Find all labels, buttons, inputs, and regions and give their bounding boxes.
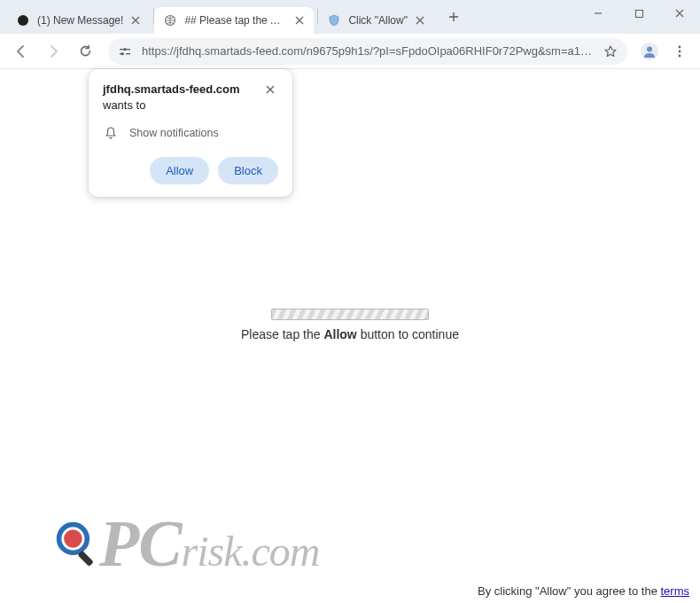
svg-point-0 [18, 15, 28, 26]
wm-pc: PC [99, 507, 182, 580]
window-controls [578, 0, 700, 34]
svg-rect-3 [120, 49, 124, 50]
svg-point-8 [121, 52, 123, 55]
new-tab-button[interactable] [441, 4, 466, 29]
progress-bar [271, 309, 429, 320]
kebab-menu-icon[interactable] [666, 38, 693, 65]
pcrisk-watermark: PCrisk.com [53, 511, 320, 576]
svg-rect-4 [126, 49, 130, 50]
reload-button[interactable] [71, 37, 99, 66]
close-icon[interactable] [262, 82, 278, 98]
shield-icon [327, 13, 341, 27]
svg-rect-16 [77, 550, 93, 566]
site-settings-icon[interactable] [117, 43, 133, 59]
svg-point-5 [123, 48, 126, 51]
loading-area: Please tap the Allow button to continue [0, 309, 700, 341]
tab-title: (1) New Message! [37, 14, 123, 27]
svg-rect-7 [126, 53, 130, 54]
tab-2[interactable]: Click "Allow" [318, 7, 434, 34]
svg-point-12 [679, 50, 681, 52]
prompt-prefix: Please tap the [241, 327, 323, 341]
loading-prompt: Please tap the Allow button to continue [241, 327, 459, 341]
notification-domain: jfdhq.smartads-feed.com [103, 82, 240, 96]
forward-button[interactable] [39, 37, 67, 66]
notification-permission-label: Show notifications [129, 127, 219, 139]
wm-com: .com [242, 528, 320, 575]
notification-title: jfdhq.smartads-feed.com wants to [103, 82, 255, 113]
maximize-button[interactable] [618, 0, 659, 27]
minimize-button[interactable] [578, 0, 618, 27]
close-window-button[interactable] [659, 0, 700, 27]
bell-icon [103, 125, 119, 141]
svg-point-13 [679, 54, 681, 57]
prompt-suffix: button to continue [357, 327, 459, 341]
tab-icon-message [16, 13, 30, 27]
notification-wants-to: wants to [103, 98, 145, 112]
globe-icon [163, 13, 177, 27]
close-icon[interactable] [413, 13, 427, 27]
notification-permission-popup: jfdhq.smartads-feed.com wants to Show no… [89, 69, 292, 197]
tab-0[interactable]: (1) New Message! [7, 7, 150, 34]
svg-point-15 [64, 529, 82, 548]
back-button[interactable] [7, 37, 35, 66]
browser-toolbar: https://jfdhq.smartads-feed.com/n9675p9h… [0, 34, 700, 69]
url-text: https://jfdhq.smartads-feed.com/n9675p9h… [142, 44, 595, 58]
page-content: jfdhq.smartads-feed.com wants to Show no… [0, 69, 700, 603]
close-icon[interactable] [292, 13, 307, 27]
svg-point-11 [679, 45, 681, 48]
wm-risk: risk [182, 528, 242, 575]
footer-prefix: By clicking "Allow" you agree to the [478, 584, 661, 598]
svg-point-10 [647, 46, 652, 51]
tab-title: Click "Allow" [348, 14, 408, 27]
prompt-bold: Allow [323, 327, 356, 341]
address-bar[interactable]: https://jfdhq.smartads-feed.com/n9675p9h… [108, 38, 627, 65]
browser-titlebar: (1) New Message! ## Please tap the Allow… [0, 0, 700, 34]
allow-button[interactable]: Allow [150, 157, 209, 184]
footer-consent-text: By clicking "Allow" you agree to the ter… [478, 584, 689, 598]
bookmark-star-icon[interactable] [603, 43, 618, 59]
block-button[interactable]: Block [218, 157, 278, 184]
tab-1[interactable]: ## Please tap the Allow button [154, 7, 314, 34]
magnifier-icon [53, 519, 103, 568]
terms-link[interactable]: terms [661, 584, 690, 598]
close-icon[interactable] [128, 13, 143, 27]
profile-button[interactable] [636, 38, 663, 65]
tab-title: ## Please tap the Allow button [184, 14, 287, 27]
svg-rect-2 [635, 10, 642, 17]
